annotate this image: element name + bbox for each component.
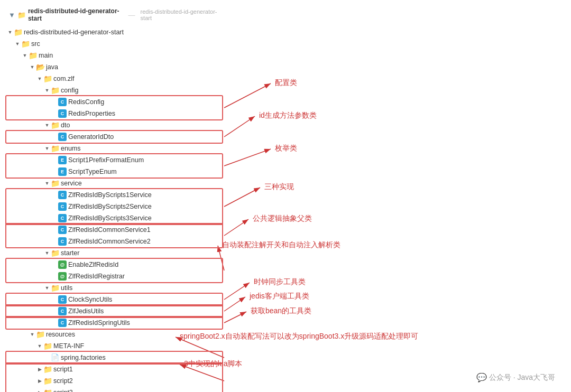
arrow-script3 <box>36 389 43 392</box>
tree-node-ZlfRedisIdByScripts2Service[interactable]: CZlfRedisIdByScripts2Service <box>6 201 222 212</box>
annotation-ann-dto: id生成方法参数类 <box>259 111 317 120</box>
node-label-starter: starter <box>61 249 79 257</box>
node-label-ScriptTypeEnum: ScriptTypeEnum <box>68 168 117 175</box>
tree-node-ZlfRedisIdCommonService1[interactable]: CZlfRedisIdCommonService1 <box>6 224 222 236</box>
tree-node-EnableZlfRedisId[interactable]: @EnableZlfRedisId <box>6 259 222 270</box>
folder-icon-script1: 📁 <box>43 365 52 374</box>
enum-icon-Script1PrefixFormatEnum: E <box>58 156 67 164</box>
tree-node-main[interactable]: 📁main <box>6 50 222 61</box>
tree-node-ZlfRedisIdSpringUtils[interactable]: CZlfRedisIdSpringUtils <box>6 317 222 329</box>
node-label-script2: script2 <box>53 377 73 385</box>
node-label-spring_factories: spring.factories <box>61 354 106 361</box>
wechat-icon: 💬 <box>476 372 487 382</box>
arrow-service <box>43 180 51 187</box>
node-label-service: service <box>61 180 82 187</box>
tree-node-starter[interactable]: 📁starter <box>6 247 222 259</box>
node-label-ZlfRedisIdByScripts1Service: ZlfRedisIdByScripts1Service <box>68 191 152 199</box>
tree-node-com_zlf[interactable]: 📁com.zlf <box>6 73 222 85</box>
folder-icon-config: 📁 <box>51 86 59 95</box>
folder-icon-root: 📁 <box>14 28 22 36</box>
folder-icon-service: 📁 <box>51 179 59 188</box>
folder-icon-com_zlf: 📁 <box>43 74 52 83</box>
node-label-META-INF: META-INF <box>53 342 84 350</box>
node-label-main: main <box>39 52 53 59</box>
class-icon-GeneratorIdDto: C <box>58 133 67 141</box>
node-label-RedisProperties: RedisProperties <box>68 110 115 117</box>
tree-node-dto[interactable]: 📁dto <box>6 119 222 131</box>
watermark: 💬 公众号 · Java大飞哥 <box>476 372 555 382</box>
folder-icon-META-INF: 📁 <box>43 342 52 350</box>
annotation-ann-config: 配置类 <box>275 78 297 88</box>
tree-node-src[interactable]: 📁src <box>6 38 222 50</box>
node-label-ZlfJedisUtils: ZlfJedisUtils <box>68 307 104 315</box>
tree-node-java[interactable]: 📂java <box>6 61 222 73</box>
arrow-dto <box>43 122 51 129</box>
annotation-icon-EnableZlfRedisId: @ <box>58 260 67 269</box>
arrow-script1 <box>36 366 43 373</box>
annotation-ann-scripts: 3中实现的lua脚本 <box>184 359 242 369</box>
arrow-com_zlf <box>36 75 43 82</box>
arrow-enums <box>43 145 51 152</box>
node-label-script3: script3 <box>53 389 73 392</box>
class-icon-ClockSyncUtils: C <box>58 295 67 304</box>
tree-node-META-INF[interactable]: 📁META-INF <box>6 340 222 352</box>
tree-node-GeneratorIdDto[interactable]: CGeneratorIdDto <box>6 131 222 143</box>
node-label-com_zlf: com.zlf <box>53 75 75 82</box>
arrow-resources <box>29 331 36 338</box>
node-label-config: config <box>61 87 78 94</box>
tree-node-ZlfJedisUtils[interactable]: CZlfJedisUtils <box>6 305 222 317</box>
node-label-Script1PrefixFormatEnum: Script1PrefixFormatEnum <box>68 156 144 164</box>
annotation-ann-clock: 时钟同步工具类 <box>254 277 306 287</box>
class-icon-ZlfRedisIdSpringUtils: C <box>58 319 67 327</box>
node-label-ZlfRedisIdByScripts3Service: ZlfRedisIdByScripts3Service <box>68 214 152 222</box>
tree-node-enums[interactable]: 📁enums <box>6 143 222 154</box>
node-label-ZlfRedisIdSpringUtils: ZlfRedisIdSpringUtils <box>68 319 130 326</box>
tree-header: ▼ 📁 redis-distributed-id-generator-start… <box>6 6 222 23</box>
enum-icon-ScriptTypeEnum: E <box>58 167 67 176</box>
tree-node-Script1PrefixFormatEnum[interactable]: EScript1PrefixFormatEnum <box>6 154 222 166</box>
tree-node-script2[interactable]: 📁script2 <box>6 375 222 387</box>
folder-icon-utils: 📁 <box>51 284 59 292</box>
arrow-config <box>43 87 51 94</box>
tree-node-utils[interactable]: 📁utils <box>6 282 222 294</box>
arrow-root <box>6 29 14 36</box>
tree-node-ZlfRedisIdCommonService2[interactable]: CZlfRedisIdCommonService2 <box>6 236 222 247</box>
project-path: redis-distributed-id-generator-start <box>141 8 220 21</box>
tree-node-service[interactable]: 📁service <box>6 178 222 189</box>
tree-node-RedisConfig[interactable]: CRedisConfig <box>6 96 222 108</box>
tree-node-config[interactable]: 📁config <box>6 85 222 96</box>
class-icon-ZlfRedisIdByScripts2Service: C <box>58 202 67 211</box>
annotation-ann-jedis: jedis客户端工具类 <box>250 292 309 301</box>
node-label-script1: script1 <box>53 366 73 373</box>
class-icon-ZlfRedisIdCommonService1: C <box>58 226 67 234</box>
tree-node-root[interactable]: 📁redis-distributed-id-generator-start <box>6 26 222 38</box>
node-label-utils: utils <box>61 284 72 292</box>
arrow-script2 <box>36 377 43 385</box>
tree-node-ScriptTypeEnum[interactable]: EScriptTypeEnum <box>6 166 222 178</box>
class-icon-ZlfJedisUtils: C <box>58 307 67 315</box>
tree-node-ZlfRedisIdByScripts1Service[interactable]: CZlfRedisIdByScripts1Service <box>6 189 222 201</box>
class-icon-RedisConfig: C <box>58 98 67 106</box>
node-label-resources: resources <box>46 331 75 338</box>
project-title: redis-distributed-id-generator-start <box>28 7 123 22</box>
arrow-main <box>21 52 29 59</box>
node-label-EnableZlfRedisId: EnableZlfRedisId <box>68 261 118 268</box>
class-icon-ZlfRedisIdCommonService2: C <box>58 237 67 246</box>
tree-node-ClockSyncUtils[interactable]: CClockSyncUtils <box>6 294 222 305</box>
node-label-root: redis-distributed-id-generator-start <box>24 29 124 36</box>
node-label-enums: enums <box>61 145 81 152</box>
arrow-src <box>14 40 21 48</box>
arrow-starter <box>43 249 51 257</box>
arrow-META-INF <box>36 342 43 350</box>
annotation-icon-ZlfRedisIdRegistrar: @ <box>58 272 67 281</box>
tree-node-ZlfRedisIdRegistrar[interactable]: @ZlfRedisIdRegistrar <box>6 270 222 282</box>
folder-icon-src: 📁 <box>21 40 30 48</box>
tree-node-ZlfRedisIdByScripts3Service[interactable]: CZlfRedisIdByScripts3Service <box>6 212 222 224</box>
folder-icon-main: 📁 <box>29 51 37 60</box>
tree-node-script3[interactable]: 📁script3 <box>6 387 222 392</box>
annotation-ann-service3: 三种实现 <box>264 182 294 192</box>
node-label-java: java <box>46 63 58 71</box>
annotation-ann-spring: 获取bean的工具类 <box>251 306 311 316</box>
folder-icon-starter: 📁 <box>51 249 59 257</box>
tree-node-RedisProperties[interactable]: CRedisProperties <box>6 108 222 119</box>
